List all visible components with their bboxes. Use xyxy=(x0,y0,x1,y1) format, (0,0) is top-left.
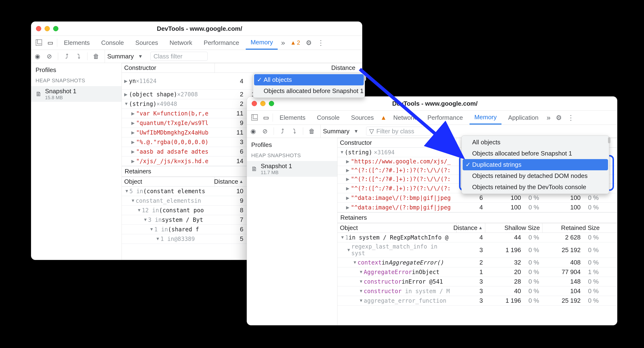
minimize-icon[interactable] xyxy=(44,26,50,31)
object-filter-dropdown[interactable]: All objects Objects allocated before Sna… xyxy=(253,73,365,98)
table-row[interactable]: ▼constructor in system / M3400 %1040 % xyxy=(338,286,617,296)
maximize-icon[interactable] xyxy=(269,101,274,106)
annotation-arrow xyxy=(355,64,470,165)
col-distance[interactable]: Distance▲ xyxy=(457,223,485,233)
profiles-heading: Profiles xyxy=(247,141,337,152)
dropdown-opt-all[interactable]: All objects xyxy=(254,74,364,85)
profiles-heading: Profiles xyxy=(31,66,122,78)
object-filter-dropdown[interactable]: All objects Objects allocated before Sna… xyxy=(462,136,609,194)
window-title: DevTools - www.google.com/ xyxy=(58,25,340,33)
snapshot-item[interactable]: 🗎 Snapshot 1 15.8 MB xyxy=(31,86,122,102)
kebab-icon[interactable]: ⋮ xyxy=(566,114,576,122)
gc-icon[interactable]: 🗑 xyxy=(93,53,100,60)
inspect-icon[interactable]: ⿺ xyxy=(34,39,44,47)
window-controls[interactable] xyxy=(252,101,274,106)
col-retained[interactable]: Retained Size xyxy=(542,223,602,233)
snapshot-icon: 🗎 xyxy=(36,90,42,98)
gc-icon[interactable]: 🗑 xyxy=(308,128,315,135)
tab-network[interactable]: Network xyxy=(165,36,197,50)
table-row[interactable]: ▼AggregateError in Object1200 %77 9041 % xyxy=(338,267,617,277)
snapshot-size: 15.8 MB xyxy=(45,95,76,100)
tab-performance[interactable]: Performance xyxy=(199,36,244,50)
dropdown-opt-selected[interactable]: Duplicated strings xyxy=(462,159,608,170)
import-icon[interactable]: ⤵ xyxy=(291,128,298,135)
snapshot-name: Snapshot 1 xyxy=(45,88,76,95)
chevron-more-icon[interactable]: » xyxy=(545,114,552,122)
tab-memory[interactable]: Memory xyxy=(470,111,502,125)
dropdown-opt[interactable]: Objects retained by the DevTools console xyxy=(462,182,608,193)
close-icon[interactable] xyxy=(252,101,257,106)
gear-icon[interactable]: ⚙ xyxy=(304,39,314,47)
tab-elements[interactable]: Elements xyxy=(59,36,94,50)
table-row[interactable]: ▶"^data:image\/(?:bmp|gif|jpeg41000 %100… xyxy=(338,203,617,212)
snapshot-item[interactable]: 🗎 Snapshot 1 11.7 MB xyxy=(247,161,337,177)
retainers-label: Retainers xyxy=(338,212,617,223)
table-row[interactable]: ▼constructor in Error @5413280 %1480 % xyxy=(338,277,617,286)
device-icon[interactable]: ▭ xyxy=(46,39,55,47)
snapshot-name: Snapshot 1 xyxy=(261,162,292,170)
class-filter-placeholder: Class filter xyxy=(154,53,182,60)
col-distance[interactable]: Distance xyxy=(215,63,358,73)
chevron-more-icon[interactable]: » xyxy=(280,39,286,47)
kebab-icon[interactable]: ⋮ xyxy=(316,39,326,47)
table-row[interactable]: ▼aggregate_error_function31 1960 %25 192… xyxy=(338,296,617,305)
dropdown-opt[interactable]: Objects allocated before Snapshot 1 xyxy=(462,148,608,159)
chevron-down-icon: ▼ xyxy=(138,54,143,59)
table-row[interactable]: ▼1 in system / RegExpMatchInfo @4440 %2 … xyxy=(338,233,617,242)
heap-snapshots-heading: HEAP SNAPSHOTS xyxy=(247,152,337,161)
clear-icon[interactable]: ⊘ xyxy=(46,53,53,60)
table-row[interactable]: ▶"^data:image\/(?:bmp|gif|jpeg61000 %100… xyxy=(338,193,617,203)
window-controls[interactable] xyxy=(36,26,58,31)
snapshot-size: 11.7 MB xyxy=(261,170,292,175)
view-select[interactable]: Summary ▼ xyxy=(105,50,145,63)
inspect-icon[interactable]: ⿺ xyxy=(250,114,259,121)
dropdown-scrollbar[interactable] xyxy=(608,137,610,143)
view-select[interactable]: Summary ▼ xyxy=(320,125,361,138)
tab-elements[interactable]: Elements xyxy=(275,111,310,125)
maximize-icon[interactable] xyxy=(53,26,58,31)
col-object[interactable]: Object xyxy=(338,223,457,233)
clear-icon[interactable]: ⊘ xyxy=(262,128,268,135)
dropdown-opt[interactable]: All objects xyxy=(462,137,608,148)
tab-application[interactable]: Application xyxy=(504,111,543,125)
record-icon[interactable]: ◉ xyxy=(250,128,256,135)
tab-console[interactable]: Console xyxy=(312,111,344,125)
class-filter-input[interactable]: Class filter xyxy=(150,52,208,61)
col-constructor[interactable]: Constructor xyxy=(122,63,215,73)
export-icon[interactable]: ⤴ xyxy=(279,128,286,135)
view-select-label: Summary xyxy=(323,128,350,135)
export-icon[interactable]: ⤴ xyxy=(64,53,70,60)
warning-count: 2 xyxy=(297,39,300,46)
import-icon[interactable]: ⤵ xyxy=(75,53,82,60)
warning-badge[interactable]: ▲2 xyxy=(288,39,302,46)
minimize-icon[interactable] xyxy=(260,101,266,106)
tab-console[interactable]: Console xyxy=(96,36,128,50)
table-row[interactable]: ▼context in AggregateError()2320 %4080 % xyxy=(338,258,617,267)
tab-memory[interactable]: Memory xyxy=(246,36,278,50)
record-icon[interactable]: ◉ xyxy=(34,53,41,60)
col-distance-r[interactable]: Distance▲ xyxy=(215,177,246,186)
col-shallow[interactable]: Shallow Size xyxy=(485,223,542,233)
device-icon[interactable]: ▭ xyxy=(261,114,271,121)
view-select-label: Summary xyxy=(107,53,134,60)
heap-snapshots-heading: HEAP SNAPSHOTS xyxy=(31,78,122,86)
table-row[interactable]: ▼regexp_last_match_info in syst31 1960 %… xyxy=(338,242,617,258)
tab-sources[interactable]: Sources xyxy=(130,36,163,50)
dropdown-opt-before[interactable]: Objects allocated before Snapshot 1 xyxy=(254,85,364,97)
snapshot-icon: 🗎 xyxy=(251,165,258,173)
gear-icon[interactable]: ⚙ xyxy=(554,114,564,122)
close-icon[interactable] xyxy=(36,26,41,31)
dropdown-opt[interactable]: Objects retained by detached DOM nodes xyxy=(462,170,608,182)
col-object[interactable]: Object xyxy=(122,177,215,186)
